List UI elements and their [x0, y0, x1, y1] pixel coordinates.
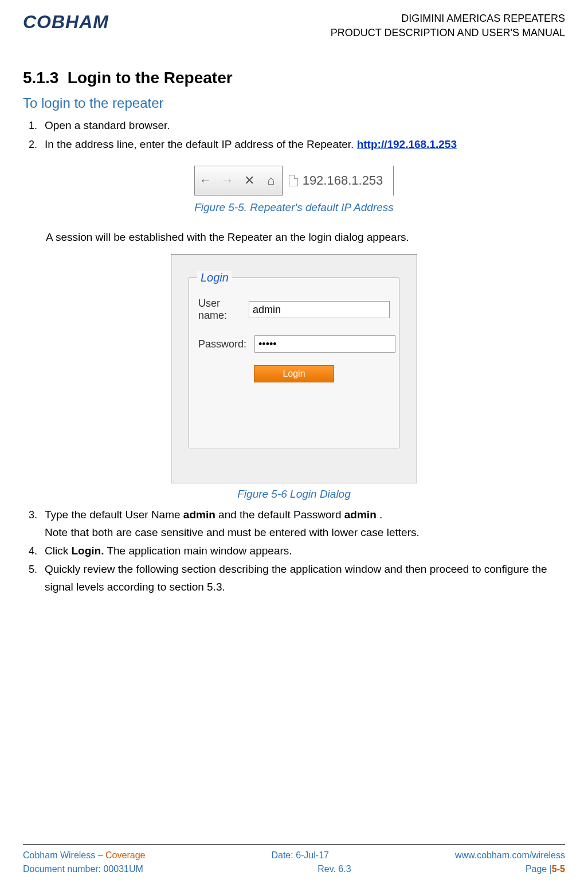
step-3-note: Note that both are case sensitive and mu… [45, 524, 565, 541]
login-panel-title: Login [197, 271, 232, 284]
login-dialog: Login User name: Password: Login [171, 254, 417, 483]
footer-date: Date: 6-Jul-17 [271, 850, 329, 861]
url-text: 192.168.1.253 [303, 173, 383, 188]
step-1: Open a standard browser. [40, 117, 565, 134]
doc-header: DIGIMINI AMERICAS REPEATERS PRODUCT DESC… [331, 11, 565, 40]
browser-address-bar: ← → ✕ ⌂ 192.168.1.253 [194, 166, 394, 196]
stop-icon[interactable]: ✕ [238, 173, 260, 188]
figure-5-5-caption: Figure 5-5. Repeater's default IP Addres… [23, 201, 565, 214]
login-button[interactable]: Login [254, 365, 334, 382]
session-note: A session will be established with the R… [46, 231, 565, 244]
username-input[interactable] [249, 301, 390, 318]
step-4-post: The application main window appears. [107, 545, 292, 557]
username-label: User name: [198, 298, 241, 322]
home-icon[interactable]: ⌂ [260, 173, 282, 188]
page-footer: Cobham Wireless – Coverage Date: 6-Jul-1… [23, 844, 565, 878]
footer-page-label: Page | [526, 864, 552, 874]
section-heading: 5.1.3 Login to the Repeater [23, 69, 565, 87]
footer-rev: Rev. 6.3 [317, 864, 351, 874]
footer-company-name: Cobham Wireless [23, 850, 95, 860]
step-3-password: admin [344, 509, 377, 521]
step-4-pre: Click [45, 545, 71, 557]
footer-page: Page |5-5 [526, 864, 565, 874]
page-icon [289, 175, 298, 186]
password-input[interactable] [254, 335, 395, 353]
section-title: Login to the Repeater [68, 69, 233, 87]
back-icon[interactable]: ← [195, 173, 217, 188]
step-3-pre: Type the default User Name [45, 509, 183, 521]
doc-title-line-1: DIGIMINI AMERICAS REPEATERS [331, 11, 565, 26]
forward-icon: → [217, 173, 238, 188]
login-panel: Login User name: Password: Login [189, 278, 399, 448]
footer-coverage: Coverage [105, 850, 145, 860]
step-4-login-word: Login. [71, 545, 104, 557]
step-4: Click Login. The application main window… [40, 542, 565, 560]
footer-doc-number: Document number: 00031UM [23, 864, 143, 874]
brand-logo: COBHAM [23, 11, 109, 33]
section-number: 5.1.3 [23, 69, 58, 87]
step-3: Type the default User Name admin and the… [40, 506, 565, 541]
password-label: Password: [198, 338, 246, 350]
step-3-mid: and the default Password [218, 509, 344, 521]
step-2: In the address line, enter the default I… [40, 136, 565, 153]
footer-page-number: 5-5 [552, 864, 565, 874]
figure-5-6-caption: Figure 5-6 Login Dialog [23, 488, 565, 501]
doc-title-line-2: PRODUCT DESCRIPTION AND USER'S MANUAL [331, 26, 565, 40]
footer-url[interactable]: www.cobham.com/wireless [455, 850, 565, 861]
footer-company: Cobham Wireless – Coverage [23, 850, 145, 861]
step-2-text: In the address line, enter the default I… [45, 138, 357, 150]
step-5: Quickly review the following section des… [40, 561, 565, 596]
procedure-subhead: To login to the repeater [23, 95, 565, 111]
footer-dash: – [95, 850, 105, 860]
url-field[interactable]: 192.168.1.253 [283, 166, 394, 196]
step-3-username: admin [183, 509, 215, 521]
step-3-post: . [379, 509, 382, 521]
default-ip-link[interactable]: http://192.168.1.253 [357, 138, 457, 150]
